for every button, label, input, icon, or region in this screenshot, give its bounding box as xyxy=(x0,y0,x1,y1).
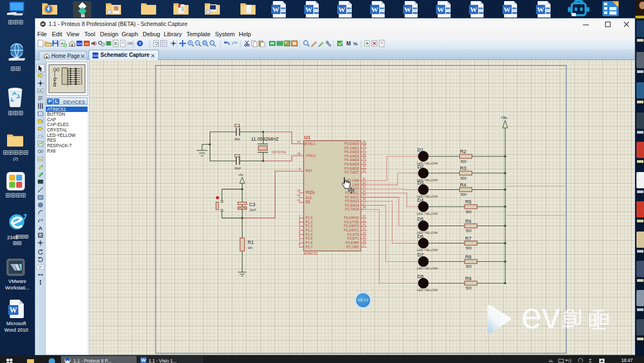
svg-text:D7: D7 xyxy=(418,252,424,258)
svg-text:6: 6 xyxy=(299,235,300,238)
svg-text:17: 17 xyxy=(363,243,366,246)
svg-text:A: A xyxy=(38,225,42,231)
svg-text:P2.7/A15: P2.7/A15 xyxy=(345,207,359,211)
svg-text:P0.2/AD2: P0.2/AD2 xyxy=(345,150,359,154)
svg-text:ISIS: ISIS xyxy=(76,42,82,45)
svg-text:1.1 - Proteus 8 P...: 1.1 - Proteus 8 P... xyxy=(73,358,111,363)
svg-text:33: 33 xyxy=(363,164,366,168)
svg-text:P2.5/A13: P2.5/A13 xyxy=(345,199,359,203)
svg-text:P3.1/TXD: P3.1/TXD xyxy=(344,220,359,224)
svg-text:500: 500 xyxy=(466,286,472,290)
svg-text:29: 29 xyxy=(297,189,300,192)
svg-text:R6: R6 xyxy=(465,219,472,224)
svg-text:C1: C1 xyxy=(234,123,241,128)
svg-text:10: 10 xyxy=(363,214,366,217)
svg-text:27: 27 xyxy=(363,202,366,205)
svg-text:21: 21 xyxy=(363,177,366,180)
svg-text:11: 11 xyxy=(363,219,366,222)
svg-text:W: W xyxy=(305,5,312,14)
svg-text:U1: U1 xyxy=(304,135,311,140)
svg-text:30pf: 30pf xyxy=(234,137,240,141)
svg-text:W: W xyxy=(537,5,544,14)
svg-text:AT89C51: AT89C51 xyxy=(304,252,318,255)
svg-text:R9: R9 xyxy=(465,276,472,281)
svg-text:P3.5/T1: P3.5/T1 xyxy=(347,236,359,240)
svg-text:W: W xyxy=(437,5,444,14)
svg-text:D6: D6 xyxy=(418,234,424,239)
svg-text:P0.0/AD0: P0.0/AD0 xyxy=(345,142,359,146)
svg-text:P3.6/WR: P3.6/WR xyxy=(345,241,359,245)
svg-text:P0.6/AD6: P0.6/AD6 xyxy=(345,167,359,170)
svg-text:ALE: ALE xyxy=(306,196,312,200)
svg-text:500: 500 xyxy=(461,160,467,163)
svg-text:P3.4/T0: P3.4/T0 xyxy=(347,233,359,236)
svg-text:23: 23 xyxy=(363,185,366,188)
svg-text:P1.4: P1.4 xyxy=(306,233,313,236)
svg-text:26: 26 xyxy=(363,197,366,201)
svg-text:D3: D3 xyxy=(418,180,424,186)
svg-text:9: 9 xyxy=(299,167,300,170)
svg-text:P1.6: P1.6 xyxy=(306,241,313,245)
svg-text:P3.3/INT1: P3.3/INT1 xyxy=(344,228,359,232)
svg-text:LBL: LBL xyxy=(38,90,43,93)
svg-text:W: W xyxy=(338,5,345,14)
svg-text:11.0592MHZ: 11.0592MHZ xyxy=(251,136,279,142)
svg-text:15: 15 xyxy=(363,235,366,238)
svg-text:D1: D1 xyxy=(418,147,424,153)
svg-text:R3: R3 xyxy=(460,166,467,171)
svg-text:30: 30 xyxy=(297,194,300,197)
svg-text:P0.5/AD5: P0.5/AD5 xyxy=(345,162,359,166)
svg-text:500: 500 xyxy=(466,210,472,214)
svg-text:37: 37 xyxy=(363,148,366,151)
svg-text:W: W xyxy=(504,5,511,14)
svg-text:C3: C3 xyxy=(249,202,256,207)
svg-text:Word 2010: Word 2010 xyxy=(4,327,28,333)
svg-text:D4: D4 xyxy=(418,197,424,203)
svg-text:W: W xyxy=(10,306,17,314)
svg-text:EA: EA xyxy=(306,200,311,204)
svg-text:P0.7/AD7: P0.7/AD7 xyxy=(345,170,359,174)
svg-text:P1.5: P1.5 xyxy=(306,236,313,240)
svg-text:500: 500 xyxy=(461,176,467,180)
svg-text:P1.0: P1.0 xyxy=(306,216,313,220)
svg-text:P0.4/AD4: P0.4/AD4 xyxy=(345,158,359,162)
svg-text:D8: D8 xyxy=(418,274,424,279)
svg-text:M: M xyxy=(346,41,351,47)
svg-text:P2.4/A12: P2.4/A12 xyxy=(345,195,359,199)
svg-text:P0.1/AD1: P0.1/AD1 xyxy=(345,146,359,150)
svg-text:12: 12 xyxy=(363,222,366,226)
svg-text:RST: RST xyxy=(306,169,313,173)
svg-text:P1.3: P1.3 xyxy=(306,228,313,232)
svg-text:R7: R7 xyxy=(465,236,472,241)
svg-text:24: 24 xyxy=(363,189,366,193)
svg-text:R2: R2 xyxy=(460,149,467,154)
svg-text:P0.3/AD3: P0.3/AD3 xyxy=(345,154,359,158)
svg-text:W: W xyxy=(272,5,279,14)
svg-text:W: W xyxy=(371,5,378,14)
svg-text:8: 8 xyxy=(299,243,300,246)
svg-text:+5v: +5v xyxy=(501,115,508,120)
svg-text:D5: D5 xyxy=(418,216,424,222)
svg-text:19: 19 xyxy=(297,140,300,143)
svg-text:R5: R5 xyxy=(465,199,472,204)
svg-text:0?: 0? xyxy=(39,266,42,269)
svg-text:P3.7/RD: P3.7/RD xyxy=(346,245,359,249)
svg-text:LED-YELLOW: LED-YELLOW xyxy=(417,267,438,270)
svg-text:?: ? xyxy=(139,41,142,46)
svg-text:10uF: 10uF xyxy=(250,208,257,212)
svg-text:XTAL2: XTAL2 xyxy=(306,154,316,157)
svg-text:W: W xyxy=(470,5,477,14)
svg-text:32: 32 xyxy=(363,169,366,172)
svg-text:VMware: VMware xyxy=(8,279,26,284)
svg-text:S: S xyxy=(114,41,117,46)
svg-text:ISIS: ISIS xyxy=(92,54,98,57)
svg-text:4: 4 xyxy=(299,227,300,230)
svg-text:P1.1: P1.1 xyxy=(306,220,313,224)
svg-text:W: W xyxy=(404,5,411,14)
svg-text:5: 5 xyxy=(299,231,300,234)
svg-text:13: 13 xyxy=(363,227,366,230)
svg-text:25: 25 xyxy=(363,193,366,196)
svg-text:1: 1 xyxy=(299,214,300,217)
svg-text:38: 38 xyxy=(363,144,366,147)
svg-text:3: 3 xyxy=(299,222,300,226)
